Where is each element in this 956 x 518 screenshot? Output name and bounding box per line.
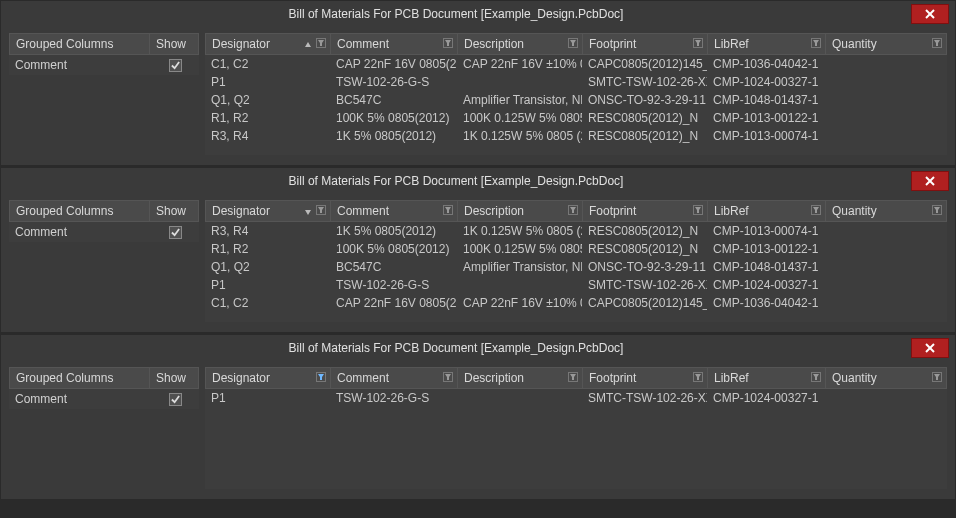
grouped-columns-heading[interactable]: Grouped Columns	[10, 201, 150, 221]
close-button[interactable]	[911, 171, 949, 191]
cell-footprint: ONSC-TO-92-3-29-11	[582, 92, 707, 108]
grouped-show-heading[interactable]: Show	[150, 368, 198, 388]
column-header-comment[interactable]: Comment	[331, 368, 458, 388]
close-button[interactable]	[911, 4, 949, 24]
table-row[interactable]: C1, C2CAP 22nF 16V 0805(2012CAP 22nF 16V…	[205, 294, 947, 312]
grid-body: C1, C2CAP 22nF 16V 0805(2012CAP 22nF 16V…	[205, 55, 947, 155]
cell-quantity	[825, 63, 947, 65]
grouped-row[interactable]: Comment	[9, 222, 199, 242]
grouped-header: Grouped ColumnsShow	[9, 367, 199, 389]
cell-description: 100K 0.125W 5% 0805 (2	[457, 241, 582, 257]
column-header-footprint[interactable]: Footprint	[583, 34, 708, 54]
column-header-libref[interactable]: LibRef	[708, 201, 826, 221]
bom-panel: Bill of Materials For PCB Document [Exam…	[0, 0, 956, 166]
bom-grid: DesignatorCommentDescriptionFootprintLib…	[205, 200, 947, 322]
column-header-quantity[interactable]: Quantity	[826, 368, 946, 388]
filter-icon[interactable]	[443, 38, 453, 48]
column-header-libref[interactable]: LibRef	[708, 368, 826, 388]
panel-body: Grouped ColumnsShowCommentDesignatorComm…	[1, 194, 955, 332]
grouped-header: Grouped ColumnsShow	[9, 200, 199, 222]
column-header-libref[interactable]: LibRef	[708, 34, 826, 54]
column-header-footprint[interactable]: Footprint	[583, 201, 708, 221]
cell-quantity	[825, 135, 947, 137]
column-header-quantity[interactable]: Quantity	[826, 201, 946, 221]
filter-icon[interactable]	[316, 372, 326, 382]
column-header-description[interactable]: Description	[458, 201, 583, 221]
column-header-designator[interactable]: Designator	[206, 34, 331, 54]
filter-icon[interactable]	[811, 38, 821, 48]
cell-comment: TSW-102-26-G-S	[330, 74, 457, 90]
table-row[interactable]: R3, R41K 5% 0805(2012)1K 0.125W 5% 0805 …	[205, 222, 947, 240]
column-header-comment[interactable]: Comment	[331, 201, 458, 221]
cell-designator: R3, R4	[205, 223, 330, 239]
filter-icon[interactable]	[693, 372, 703, 382]
column-label: Comment	[337, 37, 389, 51]
cell-libref: CMP-1048-01437-1	[707, 92, 825, 108]
column-header-description[interactable]: Description	[458, 34, 583, 54]
table-row[interactable]: P1TSW-102-26-G-SSMTC-TSW-102-26-XX-SCMP-…	[205, 73, 947, 91]
column-header-designator[interactable]: Designator	[206, 201, 331, 221]
grouped-row[interactable]: Comment	[9, 389, 199, 409]
table-row[interactable]: R1, R2100K 5% 0805(2012)100K 0.125W 5% 0…	[205, 240, 947, 258]
column-header-description[interactable]: Description	[458, 368, 583, 388]
cell-description: Amplifier Transistor, NPI	[457, 92, 582, 108]
column-label: Footprint	[589, 37, 636, 51]
column-header-comment[interactable]: Comment	[331, 34, 458, 54]
cell-designator: P1	[205, 390, 330, 406]
cell-libref: CMP-1024-00327-1	[707, 74, 825, 90]
grouped-columns-heading[interactable]: Grouped Columns	[10, 34, 150, 54]
svg-marker-14	[934, 40, 940, 46]
column-label: LibRef	[714, 37, 749, 51]
grouped-show-heading[interactable]: Show	[150, 34, 198, 54]
cell-designator: R1, R2	[205, 241, 330, 257]
show-checkbox[interactable]	[169, 59, 182, 72]
cell-libref: CMP-1024-00327-1	[707, 277, 825, 293]
filter-icon[interactable]	[932, 38, 942, 48]
filter-icon[interactable]	[443, 205, 453, 215]
grid-header: DesignatorCommentDescriptionFootprintLib…	[205, 367, 947, 389]
show-checkbox[interactable]	[169, 393, 182, 406]
filter-icon[interactable]	[932, 205, 942, 215]
filter-icon[interactable]	[568, 205, 578, 215]
cell-footprint: RESC0805(2012)_N	[582, 223, 707, 239]
cell-comment: CAP 22nF 16V 0805(2012	[330, 56, 457, 72]
cell-footprint: CAPC0805(2012)145_N	[582, 295, 707, 311]
cell-designator: Q1, Q2	[205, 92, 330, 108]
filter-icon[interactable]	[693, 205, 703, 215]
svg-marker-8	[570, 40, 576, 46]
grouped-item-label: Comment	[9, 223, 151, 241]
close-button[interactable]	[911, 338, 949, 358]
filter-icon[interactable]	[693, 38, 703, 48]
table-row[interactable]: R1, R2100K 5% 0805(2012)100K 0.125W 5% 0…	[205, 109, 947, 127]
grouped-row[interactable]: Comment	[9, 55, 199, 75]
column-header-quantity[interactable]: Quantity	[826, 34, 946, 54]
grouped-columns-heading[interactable]: Grouped Columns	[10, 368, 150, 388]
filter-icon[interactable]	[316, 205, 326, 215]
filter-icon[interactable]	[932, 372, 942, 382]
filter-icon[interactable]	[811, 372, 821, 382]
show-checkbox[interactable]	[169, 226, 182, 239]
column-header-designator[interactable]: Designator	[206, 368, 331, 388]
table-row[interactable]: C1, C2CAP 22nF 16V 0805(2012CAP 22nF 16V…	[205, 55, 947, 73]
filter-icon[interactable]	[811, 205, 821, 215]
cell-description: 1K 0.125W 5% 0805 (201	[457, 223, 582, 239]
table-row[interactable]: P1TSW-102-26-G-SSMTC-TSW-102-26-XX-SCMP-…	[205, 389, 947, 407]
column-header-footprint[interactable]: Footprint	[583, 368, 708, 388]
cell-designator: R1, R2	[205, 110, 330, 126]
cell-description	[457, 397, 582, 399]
grouped-show-heading[interactable]: Show	[150, 201, 198, 221]
filter-icon[interactable]	[316, 38, 326, 48]
table-row[interactable]: Q1, Q2BC547CAmplifier Transistor, NPIONS…	[205, 91, 947, 109]
cell-quantity	[825, 99, 947, 101]
cell-quantity	[825, 284, 947, 286]
filter-icon[interactable]	[568, 372, 578, 382]
svg-marker-21	[445, 207, 451, 213]
filter-icon[interactable]	[443, 372, 453, 382]
table-row[interactable]: R3, R41K 5% 0805(2012)1K 0.125W 5% 0805 …	[205, 127, 947, 145]
table-row[interactable]: Q1, Q2BC547CAmplifier Transistor, NPIONS…	[205, 258, 947, 276]
filter-icon[interactable]	[568, 38, 578, 48]
svg-marker-37	[570, 374, 576, 380]
cell-footprint: SMTC-TSW-102-26-XX-S	[582, 390, 707, 406]
table-row[interactable]: P1TSW-102-26-G-SSMTC-TSW-102-26-XX-SCMP-…	[205, 276, 947, 294]
cell-quantity	[825, 248, 947, 250]
